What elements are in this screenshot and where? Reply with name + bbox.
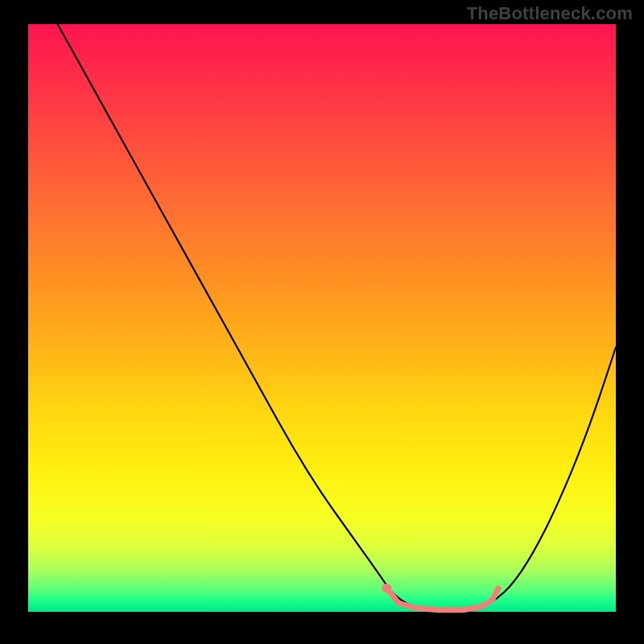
optimal-range-start-dot <box>382 584 391 593</box>
watermark-text: TheBottleneck.com <box>467 3 633 24</box>
plot-area <box>28 24 616 612</box>
optimal-range-marker <box>386 588 498 610</box>
bottleneck-curve <box>58 24 617 612</box>
chart-stage: TheBottleneck.com <box>0 0 644 644</box>
plot-svg <box>28 24 616 612</box>
